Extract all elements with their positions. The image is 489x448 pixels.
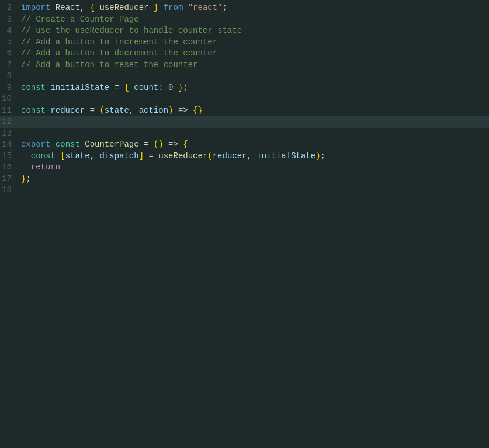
token: state, action [105,106,168,115]
line-content: }; [19,173,489,185]
token: { [124,83,129,92]
line-content [19,185,489,196]
token: const [21,83,46,92]
line-number: 16 [0,162,19,173]
token: "react" [188,3,223,12]
token: ( [99,106,104,115]
code-line: 11const reducer = (state, action) => {} [0,105,489,117]
code-line: 5// Add a button to increment the counte… [0,37,489,48]
line-number: 11 [0,105,19,117]
token: = [144,140,154,149]
code-line: 16 return [0,162,489,173]
token: const [21,151,56,161]
token: = [115,83,124,92]
token: = [144,151,158,161]
token: // Create a Counter Page [21,15,139,24]
code-line: 14export const CounterPage = () => { [0,139,489,151]
token: // use the useReducer to handle counter … [21,26,242,35]
line-content: // Add a button to reset the counter [19,60,489,71]
token: ( [207,151,212,161]
token: const [56,140,80,149]
line-number: 17 [0,173,19,185]
line-number: 2 [0,2,19,14]
token: React, [50,3,89,12]
line-content: // Add a button to increment the counter [19,37,489,48]
token: : [158,83,168,92]
token: // Add a button to increment the counter [21,37,217,47]
line-content: import React, { useReducer } from "react… [19,2,489,14]
token: 0 [168,83,173,92]
token: const [21,106,46,115]
line-number: 4 [0,25,19,37]
line-number: 18 [0,185,19,196]
token: ; [223,3,227,12]
code-line: 6// Add a button to decrement the counte… [0,48,489,60]
token [50,140,55,149]
token: useReducer [158,151,207,161]
token: // Add a button to reset the counter [21,60,197,70]
line-content [19,116,489,128]
code-line: 15 const [state, dispatch] = useReducer(… [0,151,489,162]
token: export [21,140,50,149]
line-content: export const CounterPage = () => { [19,139,489,151]
token: useReducer [95,3,154,12]
token: ; [183,83,188,92]
line-content: // Add a button to decrement the counter [19,48,489,60]
line-number: 10 [0,93,19,105]
token: { [90,3,95,12]
token: state, dispatch [65,151,139,161]
token: ; [321,151,325,161]
token [21,162,31,172]
token [174,83,178,92]
token: ] [139,151,144,161]
line-number: 3 [0,14,19,26]
token: => [164,140,183,149]
token: import [21,3,50,12]
token: () [154,140,164,149]
token: ; [26,174,30,183]
token [56,151,60,161]
token: [ [60,151,65,161]
line-number: 9 [0,82,19,94]
code-editor: 2import React, { useReducer } from "reac… [0,0,489,448]
token: // Add a button to decrement the counter [21,48,217,58]
code-line: 17}; [0,173,489,185]
code-line: 7// Add a button to reset the counter [0,60,489,71]
code-line: 2import React, { useReducer } from "reac… [0,2,489,14]
line-number: 6 [0,48,19,60]
line-content [19,128,489,140]
line-number: 15 [0,151,19,162]
token: from [158,3,188,12]
line-number: 13 [0,128,19,140]
line-content: const initialState = { count: 0 }; [19,82,489,94]
token: return [31,162,60,172]
token: { [183,140,188,149]
line-content: // Create a Counter Page [19,14,489,26]
line-content: const reducer = (state, action) => {} [19,105,489,117]
line-content: const [state, dispatch] = useReducer(red… [19,151,489,162]
line-number: 7 [0,60,19,71]
token: CounterPage [80,140,144,149]
code-line: 9const initialState = { count: 0 }; [0,82,489,94]
code-line: 12 [0,116,489,128]
code-line: 13 [0,128,489,140]
token: => [173,106,193,115]
line-content [19,93,489,105]
line-content: // use the useReducer to handle counter … [19,25,489,37]
token: ) [315,151,320,161]
code-line: 8 [0,71,489,82]
code-line: 10 [0,93,489,105]
line-number: 5 [0,37,19,48]
token: initialState [46,83,115,92]
token: = [90,106,100,115]
token: reducer [46,106,90,115]
line-content: return [19,162,489,173]
line-number: 12 [0,116,19,128]
token: {} [193,106,203,115]
line-number: 14 [0,139,19,151]
line-number: 8 [0,71,19,82]
token: count [129,83,158,92]
token: reducer, initialState [213,151,315,161]
code-line: 18 [0,185,489,196]
code-line: 3// Create a Counter Page [0,14,489,26]
